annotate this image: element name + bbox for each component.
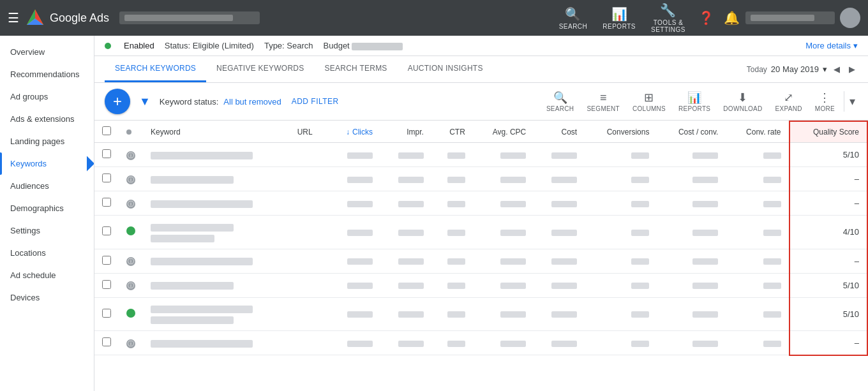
row-keyword-cell[interactable] xyxy=(143,273,290,297)
row-keyword-cell[interactable] xyxy=(143,249,290,273)
row-impr-cell xyxy=(380,167,431,191)
cost-value xyxy=(551,283,577,289)
row-keyword-cell[interactable] xyxy=(143,331,290,355)
row-checkbox-cell[interactable] xyxy=(94,167,119,191)
add-button[interactable]: + xyxy=(105,89,130,114)
sidebar-item-devices[interactable]: Devices xyxy=(0,286,94,309)
help-button[interactable]: ❓ xyxy=(694,6,717,29)
google-logo-icon xyxy=(26,8,45,27)
row-cost-conv-cell xyxy=(657,191,726,216)
sidebar-item-recommendations[interactable]: Recommendations xyxy=(0,63,94,85)
avatar[interactable] xyxy=(840,8,860,28)
campaign-bar: Enabled Status: Eligible (Limited) Type:… xyxy=(94,36,868,56)
nav-search-button[interactable]: 🔍 SEARCH xyxy=(553,4,594,33)
sidebar-item-overview[interactable]: Overview xyxy=(0,41,94,63)
row-checkbox-cell[interactable] xyxy=(94,216,119,249)
row-checkbox[interactable] xyxy=(102,149,111,158)
row-checkbox-cell[interactable] xyxy=(94,297,119,331)
row-checkbox[interactable] xyxy=(102,198,111,207)
keyword-value xyxy=(151,152,253,159)
select-all-checkbox[interactable] xyxy=(102,126,111,135)
cost-column-header[interactable]: Cost xyxy=(534,121,585,143)
account-selector[interactable] xyxy=(745,11,835,24)
sidebar-item-ads-extensions[interactable]: Ads & extensions xyxy=(0,108,94,130)
more-details-button[interactable]: More details ▾ xyxy=(805,41,858,50)
tab-search-terms[interactable]: SEARCH TERMS xyxy=(315,56,398,82)
toolbar-download-button[interactable]: ⬇ DOWNLOAD xyxy=(717,88,768,115)
row-checkbox[interactable] xyxy=(102,280,111,289)
tab-negative-keywords[interactable]: NEGATIVE KEYWORDS xyxy=(206,56,314,82)
toolbar-segment-button[interactable]: ≡ SEGMENT xyxy=(580,89,626,115)
sidebar-item-keywords[interactable]: Keywords xyxy=(0,152,94,175)
row-checkbox-cell[interactable] xyxy=(94,249,119,273)
tab-auction-insights[interactable]: AUCTION INSIGHTS xyxy=(398,56,493,82)
select-all-checkbox-cell[interactable] xyxy=(94,121,119,143)
row-cost-cell xyxy=(534,191,585,216)
sidebar-item-label: Ad schedule xyxy=(10,270,56,280)
row-keyword-cell[interactable] xyxy=(143,143,290,167)
toolbar-reports-button[interactable]: 📊 REPORTS xyxy=(672,88,717,115)
quality-score-column-header[interactable]: Quality Score xyxy=(789,121,867,143)
row-keyword-cell[interactable] xyxy=(143,167,290,191)
row-checkbox[interactable] xyxy=(102,309,111,318)
row-quality-score-cell: 4/10 xyxy=(789,216,867,249)
row-keyword-cell[interactable] xyxy=(143,216,290,249)
toolbar-more-button[interactable]: ⋮ MORE xyxy=(809,88,841,115)
date-value[interactable]: 20 May 2019 xyxy=(771,64,819,74)
filter-value[interactable]: All but removed xyxy=(223,97,281,107)
tab-search-keywords[interactable]: SEARCH KEYWORDS xyxy=(105,56,206,82)
sidebar-item-demographics[interactable]: Demographics xyxy=(0,197,94,219)
keyword-column-header[interactable]: Keyword xyxy=(143,121,290,143)
row-checkbox-cell[interactable] xyxy=(94,331,119,355)
add-filter-button[interactable]: ADD FILTER xyxy=(287,94,344,108)
toolbar-search-button[interactable]: 🔍 SEARCH xyxy=(540,88,580,115)
toolbar-collapse-button[interactable]: ▾ xyxy=(847,92,858,111)
row-checkbox-cell[interactable] xyxy=(94,191,119,216)
app-title: Google Ads xyxy=(50,11,109,25)
date-next-button[interactable]: ▶ xyxy=(846,62,858,77)
row-checkbox-cell[interactable] xyxy=(94,143,119,167)
avg-cpc-column-header[interactable]: Avg. CPC xyxy=(473,121,534,143)
date-dropdown-icon[interactable]: ▾ xyxy=(823,64,827,74)
row-cost-conv-cell xyxy=(657,216,726,249)
row-clicks-cell xyxy=(328,191,380,216)
sidebar-item-ad-groups[interactable]: Ad groups xyxy=(0,85,94,108)
row-cost-cell xyxy=(534,331,585,355)
date-prev-button[interactable]: ◀ xyxy=(831,62,842,77)
row-checkbox[interactable] xyxy=(102,173,111,182)
ctr-column-header[interactable]: CTR xyxy=(431,121,473,143)
row-keyword-cell[interactable] xyxy=(143,191,290,216)
conversions-value xyxy=(631,230,649,236)
row-url-cell xyxy=(290,297,328,331)
nav-reports-button[interactable]: 📊 REPORTS xyxy=(596,4,642,33)
sidebar-item-locations[interactable]: Locations xyxy=(0,242,94,264)
row-quality-score-cell: – xyxy=(789,167,867,191)
hamburger-icon[interactable]: ☰ xyxy=(8,10,19,26)
conversions-column-header[interactable]: Conversions xyxy=(585,121,657,143)
conv-rate-column-header[interactable]: Conv. rate xyxy=(726,121,789,143)
impr-column-header[interactable]: Impr. xyxy=(380,121,431,143)
row-checkbox[interactable] xyxy=(102,337,111,346)
row-keyword-cell[interactable] xyxy=(143,297,290,331)
clicks-column-header[interactable]: ↓Clicks xyxy=(328,121,380,143)
campaign-search-bar[interactable] xyxy=(119,11,260,24)
sidebar-item-landing-pages[interactable]: Landing pages xyxy=(0,130,94,152)
clicks-value xyxy=(347,283,373,289)
row-checkbox-cell[interactable] xyxy=(94,273,119,297)
conversions-value xyxy=(631,283,649,289)
toolbar-columns-button[interactable]: ⊞ COLUMNS xyxy=(626,88,672,115)
row-checkbox[interactable] xyxy=(102,256,111,265)
clicks-value xyxy=(347,230,373,236)
cost-conv-column-header[interactable]: Cost / conv. xyxy=(657,121,726,143)
filter-icon[interactable]: ▼ xyxy=(135,91,154,112)
nav-tools-button[interactable]: 🔧 TOOLS & SETTINGS xyxy=(645,0,692,36)
toolbar-expand-button[interactable]: ⤢ EXPAND xyxy=(769,88,809,115)
sidebar-item-audiences[interactable]: Audiences xyxy=(0,175,94,197)
conv-rate-value xyxy=(763,177,781,183)
sidebar-item-ad-schedule[interactable]: Ad schedule xyxy=(0,264,94,286)
row-status-icon xyxy=(126,226,135,235)
row-checkbox[interactable] xyxy=(102,226,111,235)
url-column-header[interactable]: URL xyxy=(290,121,328,143)
sidebar-item-settings[interactable]: Settings xyxy=(0,219,94,242)
notifications-button[interactable]: 🔔 xyxy=(720,6,743,29)
